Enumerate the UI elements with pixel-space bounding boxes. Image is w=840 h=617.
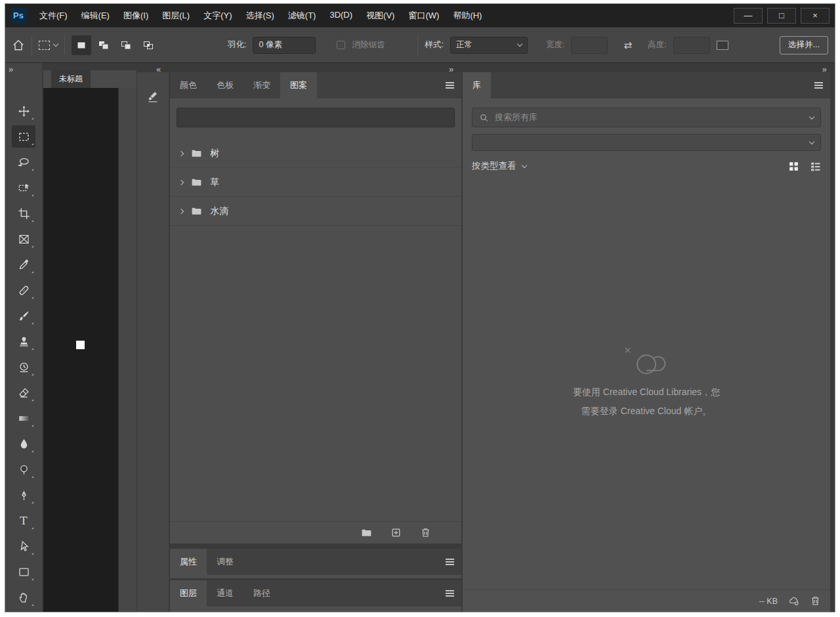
width-input[interactable] <box>571 37 608 54</box>
middle-panel-dock: 颜色 色板 渐变 图案 树 草 <box>170 72 461 612</box>
tab-layers[interactable]: 图层 <box>170 580 207 606</box>
library-size-text: -- KB <box>759 597 778 606</box>
pen-tool[interactable] <box>12 484 35 506</box>
toolbar-collapse-button[interactable]: » <box>9 64 13 74</box>
eyedropper-tool[interactable] <box>12 253 35 276</box>
rectangle-tool[interactable] <box>12 561 35 583</box>
maximize-button[interactable]: □ <box>767 8 796 24</box>
panel-toggle-icon[interactable] <box>717 41 728 50</box>
history-brush-tool[interactable] <box>12 356 35 378</box>
tool-preset-picker[interactable] <box>39 41 58 50</box>
patterns-search-field[interactable] <box>177 108 455 127</box>
minimize-button[interactable]: — <box>734 8 763 24</box>
new-group-icon[interactable] <box>361 527 372 538</box>
chevron-right-icon[interactable] <box>178 179 184 184</box>
tab-swatches[interactable]: 色板 <box>207 72 243 98</box>
pattern-group-row[interactable]: 树 <box>170 139 461 168</box>
tab-libraries[interactable]: 库 <box>463 72 491 98</box>
trash-icon[interactable] <box>810 595 821 606</box>
menu-window[interactable]: 窗口(W) <box>408 10 439 22</box>
feather-input[interactable]: 0 像素 <box>253 37 316 54</box>
document-tab[interactable]: 未标题 <box>51 70 91 88</box>
clone-stamp-tool[interactable] <box>12 330 35 352</box>
folder-icon <box>191 177 202 187</box>
properties-panel: 属性 调整 <box>170 549 461 578</box>
tab-channels[interactable]: 通道 <box>207 580 243 606</box>
move-tool[interactable] <box>12 100 35 122</box>
hand-tool[interactable] <box>12 586 35 608</box>
type-tool[interactable]: T <box>12 509 35 532</box>
close-button[interactable]: × <box>801 8 830 24</box>
list-view-icon[interactable] <box>810 161 821 172</box>
brushes-panel-button[interactable] <box>140 81 165 113</box>
rectangular-marquee-tool[interactable] <box>12 125 35 148</box>
tab-paths[interactable]: 路径 <box>243 580 280 606</box>
brush-tool[interactable] <box>12 305 35 327</box>
gradient-tool[interactable] <box>12 407 35 429</box>
menu-select[interactable]: 选择(S) <box>245 10 274 22</box>
swap-dimensions-icon[interactable]: ⇄ <box>623 39 632 51</box>
menu-image[interactable]: 图像(I) <box>123 10 148 22</box>
tab-properties[interactable]: 属性 <box>170 549 207 575</box>
panel-menu-icon[interactable] <box>446 561 454 563</box>
panel-menu-icon[interactable] <box>446 593 454 594</box>
tab-gradients[interactable]: 渐变 <box>243 72 280 98</box>
libraries-dock-collapse-button[interactable]: » <box>822 64 827 74</box>
new-selection-button[interactable] <box>72 35 91 55</box>
new-item-icon[interactable] <box>390 527 402 538</box>
photoshop-window: Ps 文件(F) 编辑(E) 图像(I) 图层(L) 文字(Y) 选择(S) 滤… <box>5 3 835 612</box>
menu-type[interactable]: 文字(Y) <box>203 10 232 22</box>
trash-icon[interactable] <box>420 527 431 538</box>
dodge-tool[interactable] <box>12 458 35 480</box>
menu-help[interactable]: 帮助(H) <box>453 10 482 22</box>
patterns-tabstrip: 颜色 色板 渐变 图案 <box>170 72 461 98</box>
height-input[interactable] <box>673 37 710 54</box>
brushes-panel-icon <box>146 91 159 104</box>
subtract-selection-button[interactable] <box>116 35 136 55</box>
view-by-type-label[interactable]: 按类型查看 <box>472 160 516 172</box>
chevron-right-icon[interactable] <box>178 150 184 156</box>
tab-patterns[interactable]: 图案 <box>280 72 317 98</box>
tools-panel: T <box>5 63 43 612</box>
menu-edit[interactable]: 编辑(E) <box>81 10 110 22</box>
icon-dock-expand-button[interactable]: « <box>156 64 161 74</box>
chevron-right-icon[interactable] <box>178 208 184 213</box>
object-selection-tool[interactable] <box>12 177 35 199</box>
lasso-tool[interactable] <box>12 151 35 173</box>
intersect-selection-button[interactable] <box>138 35 158 55</box>
crop-tool[interactable] <box>12 202 35 224</box>
home-button[interactable] <box>12 39 25 52</box>
pattern-group-row[interactable]: 草 <box>170 168 461 197</box>
sync-status-icon[interactable] <box>788 595 799 606</box>
antialias-label: 消除锯齿 <box>352 39 385 51</box>
select-and-mask-button[interactable]: 选择并... <box>780 36 828 54</box>
antialias-checkbox[interactable] <box>337 41 345 49</box>
tab-adjustments[interactable]: 调整 <box>207 549 243 575</box>
chevron-down-icon <box>809 114 814 119</box>
libraries-search-field[interactable]: 搜索所有库 <box>472 108 821 127</box>
divider <box>417 35 418 55</box>
grid-view-icon[interactable] <box>788 161 799 172</box>
frame-tool[interactable] <box>12 228 35 250</box>
patterns-dock-collapse-button[interactable]: » <box>449 64 453 74</box>
tab-color[interactable]: 颜色 <box>170 72 207 98</box>
canvas[interactable] <box>43 88 118 612</box>
menu-3d[interactable]: 3D(D) <box>329 10 352 22</box>
path-selection-tool[interactable] <box>12 535 35 557</box>
spot-healing-brush-tool[interactable] <box>12 279 35 301</box>
panel-menu-icon[interactable] <box>446 85 454 86</box>
healing-brush-icon <box>18 284 30 297</box>
menu-file[interactable]: 文件(F) <box>39 10 68 22</box>
chevron-down-icon[interactable] <box>521 162 526 167</box>
panel-menu-icon[interactable] <box>814 85 823 86</box>
style-select[interactable]: 正常 <box>450 37 528 54</box>
library-selector[interactable] <box>472 134 821 151</box>
blur-tool[interactable] <box>12 433 35 455</box>
pattern-group-row[interactable]: 水滴 <box>170 197 461 226</box>
menu-layer[interactable]: 图层(L) <box>162 10 190 22</box>
lasso-icon <box>18 156 30 169</box>
menu-view[interactable]: 视图(V) <box>366 10 394 22</box>
add-selection-button[interactable] <box>94 35 114 55</box>
eraser-tool[interactable] <box>12 381 35 404</box>
menu-filter[interactable]: 滤镜(T) <box>288 10 316 22</box>
